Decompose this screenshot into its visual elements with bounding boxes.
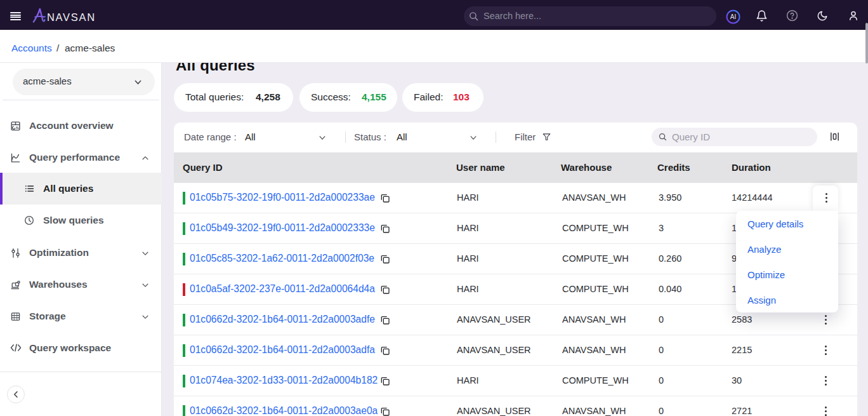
svg-text:AI: AI: [730, 13, 736, 20]
